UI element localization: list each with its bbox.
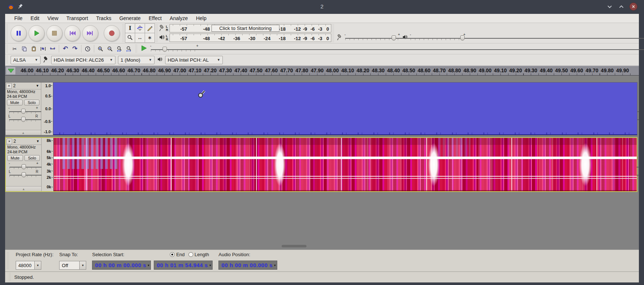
playback-meter[interactable]: LR -57-48-42-36-30-24-18-12-9-6-30 [159, 33, 331, 42]
track1-pan-slider[interactable]: LR [9, 116, 37, 122]
recording-meter-strip[interactable]: Click to Start Monitoring -57-48-42-36-3… [169, 24, 332, 32]
pinned-play-head[interactable] [6, 67, 16, 75]
track1-mute-button[interactable]: Mute [7, 100, 23, 105]
menu-generate[interactable]: Generate [115, 14, 145, 22]
track2-pan-thumb[interactable] [22, 172, 26, 177]
track2-vertical-ruler[interactable]: 8k 6k 5k 4k 3k 2k 0k [42, 138, 54, 191]
length-radio[interactable] [188, 252, 193, 257]
track2-menu-dropdown[interactable]: ▼ [36, 139, 41, 143]
zoom-out-button[interactable] [105, 45, 115, 53]
sync-lock-button[interactable] [83, 45, 92, 53]
recording-volume-thumb[interactable] [392, 35, 396, 41]
copy-button[interactable] [19, 45, 29, 53]
time-shift-tool-button[interactable]: ↔ [135, 33, 145, 43]
menu-analyze[interactable]: Analyze [166, 14, 192, 22]
recording-device-dropdown[interactable]: HDA Intel PCH: ALC26▼ [51, 56, 115, 64]
selection-toolbar-grip[interactable] [7, 252, 9, 269]
track1-vertical-ruler[interactable]: 1.0 0.5 0.0 -0.5 -1.0 [41, 82, 53, 135]
horizontal-scrollbar[interactable] [5, 244, 637, 248]
spectrogram-bottom-line [54, 190, 637, 191]
track2-close-button[interactable]: × [7, 139, 12, 144]
fit-selection-button[interactable] [115, 45, 124, 53]
selection-end-field[interactable]: 00 h 01 m 54.944 s ▾ [154, 261, 213, 270]
track1-name[interactable]: 2 [12, 83, 36, 88]
playback-device-dropdown[interactable]: HDA Intel PCH: AL▼ [165, 56, 223, 64]
track2-solo-button[interactable]: Solo [24, 155, 40, 161]
track2-gain-slider[interactable]: -+ [9, 163, 38, 169]
trim-audio-button[interactable] [38, 45, 48, 53]
titlebar[interactable]: 2 × [0, 0, 644, 14]
mixer-toolbar-grip[interactable] [332, 24, 335, 42]
play-at-speed-toolbar-grip[interactable] [135, 45, 138, 53]
close-button[interactable]: × [629, 3, 637, 11]
timeline-ruler[interactable]: 46.0046.1046.2046.3046.4046.5046.6046.70… [5, 66, 639, 76]
transport-toolbar-grip[interactable] [6, 24, 8, 42]
meter-toolbar-grip[interactable] [156, 24, 158, 42]
playback-speed-thumb[interactable] [163, 47, 167, 52]
stop-button[interactable] [46, 25, 62, 41]
track2-pan-slider[interactable]: LR [9, 172, 38, 177]
track1-gain-thumb[interactable] [21, 109, 26, 114]
track1-pan-thumb[interactable] [21, 117, 26, 122]
pause-button[interactable] [11, 25, 27, 41]
playback-meter-strip[interactable]: -57-48-42-36-30-24-18-12-9-6-30 [169, 34, 332, 42]
track1-close-button[interactable]: × [6, 83, 12, 89]
tools-toolbar-grip[interactable] [122, 24, 125, 42]
playback-speed-slider[interactable]: -+ [151, 46, 198, 52]
edit-toolbar-grip[interactable] [6, 45, 8, 53]
project-rate-dropdown[interactable]: 48000 ▼ [16, 261, 41, 270]
recording-meter[interactable]: LR Click to Start Monitoring -57-48-42-3… [159, 24, 331, 33]
audio-position-field[interactable]: 00 h 00 m 00.000 s ▾ [218, 261, 277, 270]
track1-menu-dropdown[interactable]: ▼ [36, 84, 41, 88]
snap-to-dropdown[interactable]: Off ▼ [59, 261, 86, 270]
silence-audio-button[interactable] [48, 45, 57, 53]
end-radio-label[interactable]: End [176, 252, 184, 257]
end-radio[interactable] [170, 252, 175, 257]
track1-gain-slider[interactable]: -+ [9, 108, 37, 114]
track1-solo-button[interactable]: Solo [24, 100, 40, 105]
menu-tracks[interactable]: Tracks [92, 14, 115, 22]
menu-edit[interactable]: Edit [27, 14, 43, 22]
track2-name[interactable]: 2 [12, 139, 36, 144]
draw-tool-button[interactable] [145, 23, 155, 33]
playback-volume-thumb[interactable] [460, 35, 465, 41]
track2-mute-button[interactable]: Mute [7, 155, 23, 161]
playback-volume-slider[interactable]: -+ [411, 35, 465, 41]
zoom-in-button[interactable] [96, 45, 105, 53]
track1-collapse-button[interactable]: ▴ [5, 130, 41, 135]
menu-view[interactable]: View [43, 14, 62, 22]
track-area[interactable]: × 2 ▼ Mono, 48000Hz 24-bit PCM Mute Solo… [5, 76, 639, 250]
menu-file[interactable]: File [10, 14, 27, 22]
play-at-speed-button[interactable] [141, 45, 147, 53]
redo-button[interactable]: ↷ [70, 45, 80, 53]
skip-to-start-button[interactable] [64, 25, 80, 41]
envelope-tool-button[interactable] [135, 23, 145, 33]
record-button[interactable] [104, 25, 120, 41]
menu-effect[interactable]: Effect [145, 14, 166, 22]
zoom-tool-button[interactable] [125, 33, 135, 43]
multi-tool-button[interactable]: ∗ [145, 33, 155, 43]
menu-transport[interactable]: Transport [62, 14, 92, 22]
horizontal-scrollbar-thumb[interactable] [282, 245, 306, 247]
play-button[interactable] [28, 25, 45, 41]
recording-volume-slider[interactable]: -+ [345, 35, 399, 41]
paste-button[interactable] [29, 45, 38, 53]
spectrogram-display[interactable] [54, 138, 637, 191]
device-toolbar-grip[interactable] [6, 55, 8, 64]
length-radio-label[interactable]: Length [195, 252, 209, 257]
track2-collapse-button[interactable]: ▴ [6, 186, 41, 191]
waveform-display[interactable] [53, 82, 637, 135]
track1-control-panel: × 2 ▼ Mono, 48000Hz 24-bit PCM Mute Solo… [5, 82, 41, 135]
skip-to-end-button[interactable] [82, 25, 98, 41]
audio-host-dropdown[interactable]: ALSA▼ [11, 56, 41, 64]
undo-button[interactable]: ↶ [61, 45, 70, 53]
track2-gain-thumb[interactable] [22, 164, 26, 169]
recording-channels-dropdown[interactable]: 1 (Mono)▼ [118, 56, 155, 64]
menu-help[interactable]: Help [192, 14, 210, 22]
maximize-button[interactable] [618, 3, 625, 10]
selection-start-field[interactable]: 00 h 00 m 00.000 s ▾ [92, 261, 151, 270]
fit-project-button[interactable] [124, 45, 134, 53]
selection-tool-button[interactable]: I [125, 23, 135, 33]
cut-button[interactable]: ✂ [10, 45, 19, 53]
minimize-button[interactable] [606, 3, 613, 10]
